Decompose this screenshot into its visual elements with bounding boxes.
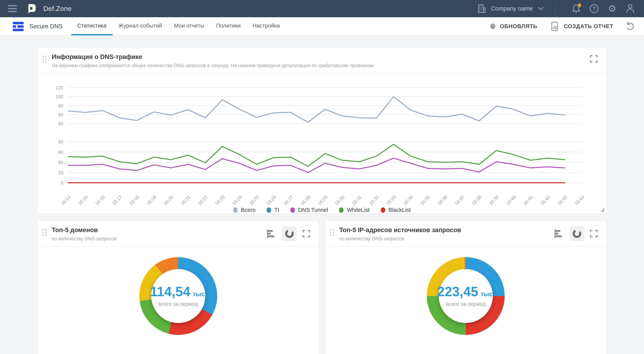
brand-name: Def.Zone: [43, 5, 72, 12]
building-icon: [477, 4, 486, 13]
top-ips-unit: тыс.: [480, 291, 494, 297]
top-domains-card: Топ-5 доменов по количеству DNS-запросов: [38, 220, 319, 354]
svg-text:16:41: 16:41: [522, 194, 534, 206]
dns-traffic-title: Информация о DNS-трафике: [52, 53, 374, 60]
svg-text:16:30: 16:30: [334, 194, 346, 206]
svg-text:16:40: 16:40: [505, 194, 517, 206]
svg-text:16:34: 16:34: [402, 194, 414, 206]
top-domains-caption: всего за период: [158, 301, 198, 307]
drag-handle-icon[interactable]: [42, 229, 47, 236]
svg-text:16:23: 16:23: [214, 194, 226, 206]
svg-text:16:18: 16:18: [128, 194, 140, 206]
company-name: Company name: [491, 5, 533, 12]
top-domains-donut[interactable]: 114,54 тыс. всего за период: [139, 257, 217, 335]
secure-dns-logo-icon: [13, 22, 24, 31]
tab-statistics[interactable]: Статистика: [71, 17, 112, 35]
expand-button[interactable]: [588, 53, 600, 65]
svg-text:16:19: 16:19: [146, 194, 157, 206]
svg-text:16:24: 16:24: [231, 194, 243, 206]
tab-event-log[interactable]: Журнал событий: [112, 17, 168, 35]
svg-text:16:31: 16:31: [351, 194, 363, 206]
resize-handle[interactable]: [601, 208, 604, 212]
settings-button[interactable]: ⚙: [606, 3, 618, 14]
nav-tabs: Статистика Журнал событий Мои отчеты Пол…: [71, 17, 286, 35]
donut-view-button[interactable]: [570, 226, 584, 241]
legend-dot: [381, 207, 385, 213]
legend-dot: [290, 207, 295, 213]
expand-icon: [590, 229, 598, 238]
svg-text:20: 20: [58, 170, 63, 175]
profile-button[interactable]: [624, 3, 636, 14]
topbar-divider: [555, 4, 555, 13]
legend-dot: [233, 207, 238, 213]
notifications-button[interactable]: [570, 3, 582, 14]
create-report-button[interactable]: СОЗДАТЬ ОТЧЕТ: [550, 22, 613, 31]
top-domains-unit: тыс.: [192, 291, 206, 297]
auto-refresh-button[interactable]: ОБНОВЛЯТЬ: [490, 23, 538, 29]
top-ips-card: Топ-5 IP-адресов источников запросов по …: [325, 220, 606, 354]
person-icon: [625, 3, 635, 14]
legend-item-blacklist[interactable]: BlackList: [381, 207, 411, 213]
svg-text:16:32: 16:32: [368, 194, 380, 206]
svg-text:16:38: 16:38: [471, 194, 482, 206]
top-domains-title: Топ-5 доменов: [52, 226, 116, 234]
company-selector[interactable]: Company name: [477, 4, 544, 13]
hamburger-menu-icon[interactable]: [8, 5, 17, 12]
tab-settings[interactable]: Настройка: [246, 17, 286, 35]
svg-text:16:33: 16:33: [385, 194, 397, 206]
top-ips-subtitle: по количеству DNS-запросов: [339, 236, 461, 241]
svg-text:16:36: 16:36: [436, 194, 448, 206]
top-domains-header: Топ-5 доменов по количеству DNS-запросов: [38, 221, 319, 246]
legend-dot: [339, 207, 344, 213]
legend-item-ti[interactable]: TI: [266, 207, 279, 213]
expand-button[interactable]: [588, 228, 600, 239]
svg-text:120: 120: [56, 85, 63, 90]
refresh-status-icon: [490, 23, 495, 29]
donut-center: 114,54 тыс. всего за период: [151, 269, 205, 323]
top-ips-title: Топ-5 IP-адресов источников запросов: [339, 226, 461, 234]
expand-button[interactable]: [300, 228, 312, 239]
svg-text:16:44: 16:44: [574, 194, 585, 206]
svg-text:80: 80: [58, 139, 63, 145]
svg-text:16:42: 16:42: [539, 194, 551, 206]
svg-text:80: 80: [58, 103, 63, 108]
tab-policies[interactable]: Политики: [210, 17, 247, 35]
donut-view-button[interactable]: [282, 226, 297, 241]
product-secure-dns: Secure DNS: [13, 17, 62, 35]
topbar: Def.Zone Company name: [0, 0, 644, 17]
notification-badge: [578, 3, 581, 7]
legend-item-whitelist[interactable]: WhiteList: [339, 207, 370, 213]
traffic-legend: Всего TI DNS Tunnel WhiteList BlackList: [38, 207, 606, 213]
bar-view-button[interactable]: [264, 226, 278, 241]
dns-traffic-card: Информация о DNS-трафике На верхнем граф…: [38, 47, 606, 214]
undo-button[interactable]: [625, 21, 635, 32]
drag-handle-icon[interactable]: [42, 56, 47, 62]
bar-chart-icon: [266, 228, 276, 239]
navbar: Secure DNS Статистика Журнал событий Мои…: [0, 17, 644, 36]
dns-traffic-card-header: Информация о DNS-трафике На верхнем граф…: [38, 47, 606, 73]
traffic-chart[interactable]: 12010080604080604020016:1416:1516:1616:1…: [38, 73, 606, 206]
svg-text:16:37: 16:37: [454, 194, 466, 206]
bar-view-button[interactable]: [551, 226, 566, 241]
create-report-label: СОЗДАТЬ ОТЧЕТ: [564, 23, 613, 29]
svg-text:16:15: 16:15: [77, 194, 89, 206]
legend-item-total[interactable]: Всего: [233, 207, 256, 213]
drag-handle-icon[interactable]: [330, 229, 334, 236]
svg-text:16:43: 16:43: [556, 194, 568, 206]
help-button[interactable]: ?: [588, 3, 600, 14]
svg-text:16:20: 16:20: [162, 194, 174, 206]
top-ips-donut[interactable]: 223,45 тыс. всего за период: [427, 257, 505, 335]
help-icon: ?: [589, 3, 599, 14]
svg-text:16:21: 16:21: [180, 194, 192, 206]
top-ips-header: Топ-5 IP-адресов источников запросов по …: [325, 221, 606, 246]
donut-center: 223,45 тыс. всего за период: [439, 269, 493, 323]
tab-my-reports[interactable]: Мои отчеты: [168, 17, 210, 35]
donut-chart-icon: [284, 228, 295, 239]
dns-traffic-subtitle: На верхнем графике отображается общее ко…: [52, 63, 374, 68]
undo-icon: [625, 21, 635, 31]
defzone-logo-icon: [27, 4, 36, 13]
svg-text:16:39: 16:39: [488, 194, 500, 206]
svg-text:?: ?: [593, 6, 596, 11]
bar-chart-icon: [553, 228, 564, 239]
legend-item-dns-tunnel[interactable]: DNS Tunnel: [290, 207, 328, 213]
